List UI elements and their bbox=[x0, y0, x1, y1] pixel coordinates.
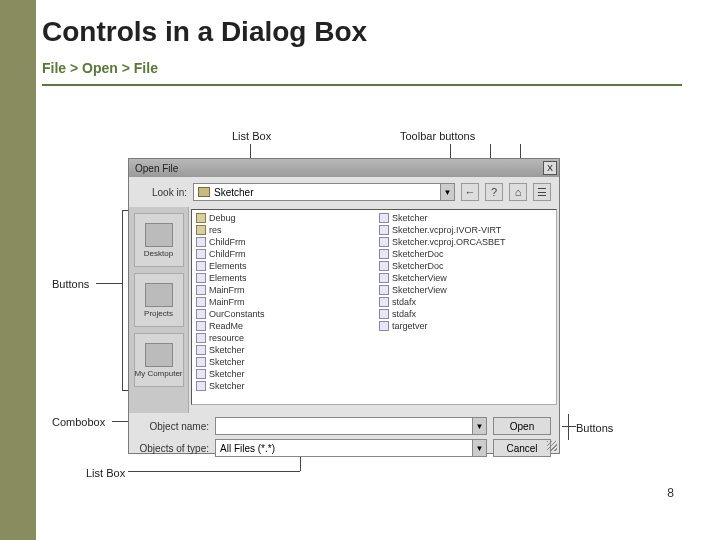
toolbar-home-button[interactable]: ⌂ bbox=[509, 183, 527, 201]
pointer-line bbox=[96, 283, 122, 284]
dialog-titlebar[interactable]: Open File X bbox=[129, 159, 559, 177]
close-button[interactable]: X bbox=[543, 161, 557, 175]
list-item[interactable]: SketcherView bbox=[379, 272, 547, 284]
folder-icon bbox=[196, 225, 206, 235]
open-file-dialog: Open File X Look in: Sketcher ▼ ← ? ⌂ ☰ … bbox=[128, 158, 560, 454]
objname-combobox[interactable]: ▼ bbox=[215, 417, 487, 435]
list-item[interactable]: OurConstants bbox=[196, 308, 364, 320]
dialog-body: Desktop Projects My Computer DebugresChi… bbox=[129, 207, 559, 413]
file-name: Sketcher.vcproj.IVOR-VIRT bbox=[392, 225, 501, 235]
chevron-down-icon[interactable]: ▼ bbox=[472, 440, 486, 456]
place-mycomputer[interactable]: My Computer bbox=[134, 333, 184, 387]
folder-icon bbox=[198, 187, 210, 197]
list-item[interactable]: res bbox=[196, 224, 364, 236]
lookin-combobox[interactable]: Sketcher ▼ bbox=[193, 183, 455, 201]
place-label: Projects bbox=[144, 309, 173, 318]
list-item[interactable]: Sketcher bbox=[196, 344, 364, 356]
place-desktop[interactable]: Desktop bbox=[134, 213, 184, 267]
list-item[interactable]: Sketcher.vcproj.ORCASBET bbox=[379, 236, 547, 248]
toolbar-back-button[interactable]: ← bbox=[461, 183, 479, 201]
back-icon: ← bbox=[465, 186, 476, 198]
slide-title: Controls in a Dialog Box bbox=[42, 16, 367, 48]
list-item[interactable]: ChildFrm bbox=[196, 248, 364, 260]
list-item[interactable]: MainFrm bbox=[196, 284, 364, 296]
objname-label: Object name: bbox=[137, 421, 209, 432]
file-name: Sketcher bbox=[209, 381, 245, 391]
file-icon bbox=[379, 309, 389, 319]
file-name: ChildFrm bbox=[209, 249, 246, 259]
list-item[interactable]: MainFrm bbox=[196, 296, 364, 308]
file-name: Sketcher bbox=[209, 357, 245, 367]
objtype-combobox[interactable]: All Files (*.*) ▼ bbox=[215, 439, 487, 457]
mycomputer-icon bbox=[145, 343, 173, 367]
file-icon bbox=[196, 273, 206, 283]
objtype-label: Objects of type: bbox=[137, 443, 209, 454]
list-item[interactable]: stdafx bbox=[379, 308, 547, 320]
file-name: Sketcher.vcproj.ORCASBET bbox=[392, 237, 506, 247]
list-item[interactable]: targetver bbox=[379, 320, 547, 332]
file-name: res bbox=[209, 225, 222, 235]
pointer-line bbox=[568, 414, 569, 440]
resize-grip[interactable] bbox=[547, 441, 557, 451]
file-listbox[interactable]: DebugresChildFrmChildFrmElementsElements… bbox=[191, 209, 557, 405]
callout-listbox-bottom: List Box bbox=[86, 467, 125, 479]
open-button-label: Open bbox=[510, 421, 534, 432]
file-name: SketcherView bbox=[392, 285, 447, 295]
open-button[interactable]: Open bbox=[493, 417, 551, 435]
file-icon bbox=[196, 369, 206, 379]
list-item[interactable]: Sketcher.vcproj.IVOR-VIRT bbox=[379, 224, 547, 236]
title-underline bbox=[42, 84, 682, 86]
file-icon bbox=[379, 273, 389, 283]
list-item[interactable]: Sketcher bbox=[379, 212, 547, 224]
file-icon bbox=[379, 297, 389, 307]
file-name: resource bbox=[209, 333, 244, 343]
list-item[interactable]: Sketcher bbox=[196, 368, 364, 380]
file-name: MainFrm bbox=[209, 297, 245, 307]
file-name: stdafx bbox=[392, 309, 416, 319]
file-icon bbox=[196, 333, 206, 343]
breadcrumb: File > Open > File bbox=[42, 60, 158, 76]
page-number: 8 bbox=[667, 486, 674, 500]
list-item[interactable]: resource bbox=[196, 332, 364, 344]
list-item[interactable]: SketcherView bbox=[379, 284, 547, 296]
place-label: My Computer bbox=[135, 369, 183, 378]
file-name: stdafx bbox=[392, 297, 416, 307]
lookin-value: Sketcher bbox=[214, 187, 253, 198]
file-icon bbox=[196, 321, 206, 331]
file-icon bbox=[379, 225, 389, 235]
list-item[interactable]: Elements bbox=[196, 272, 364, 284]
objtype-value: All Files (*.*) bbox=[220, 443, 275, 454]
desktop-icon bbox=[145, 223, 173, 247]
dialog-bottom: Object name: ▼ Open Objects of type: All… bbox=[129, 413, 559, 465]
list-item[interactable]: Debug bbox=[196, 212, 364, 224]
file-icon bbox=[196, 237, 206, 247]
chevron-down-icon[interactable]: ▼ bbox=[472, 418, 486, 434]
file-name: ReadMe bbox=[209, 321, 243, 331]
list-item[interactable]: Elements bbox=[196, 260, 364, 272]
file-name: SketcherDoc bbox=[392, 249, 444, 259]
file-name: Elements bbox=[209, 273, 247, 283]
list-item[interactable]: Sketcher bbox=[196, 380, 364, 392]
list-item[interactable]: SketcherDoc bbox=[379, 248, 547, 260]
file-icon bbox=[196, 309, 206, 319]
close-icon: X bbox=[547, 163, 553, 173]
cancel-button-label: Cancel bbox=[506, 443, 537, 454]
place-projects[interactable]: Projects bbox=[134, 273, 184, 327]
file-icon bbox=[196, 297, 206, 307]
toolbar-views-button[interactable]: ☰ bbox=[533, 183, 551, 201]
list-item[interactable]: stdafx bbox=[379, 296, 547, 308]
file-icon bbox=[379, 261, 389, 271]
pointer-line bbox=[122, 210, 123, 390]
list-item[interactable]: ReadMe bbox=[196, 320, 364, 332]
place-label: Desktop bbox=[144, 249, 173, 258]
file-icon bbox=[196, 249, 206, 259]
list-item[interactable]: Sketcher bbox=[196, 356, 364, 368]
list-item[interactable]: ChildFrm bbox=[196, 236, 364, 248]
file-name: MainFrm bbox=[209, 285, 245, 295]
toolbar-help-button[interactable]: ? bbox=[485, 183, 503, 201]
list-item[interactable]: SketcherDoc bbox=[379, 260, 547, 272]
slide-left-accent bbox=[0, 0, 36, 540]
chevron-down-icon[interactable]: ▼ bbox=[440, 184, 454, 200]
cancel-button[interactable]: Cancel bbox=[493, 439, 551, 457]
file-name: OurConstants bbox=[209, 309, 265, 319]
